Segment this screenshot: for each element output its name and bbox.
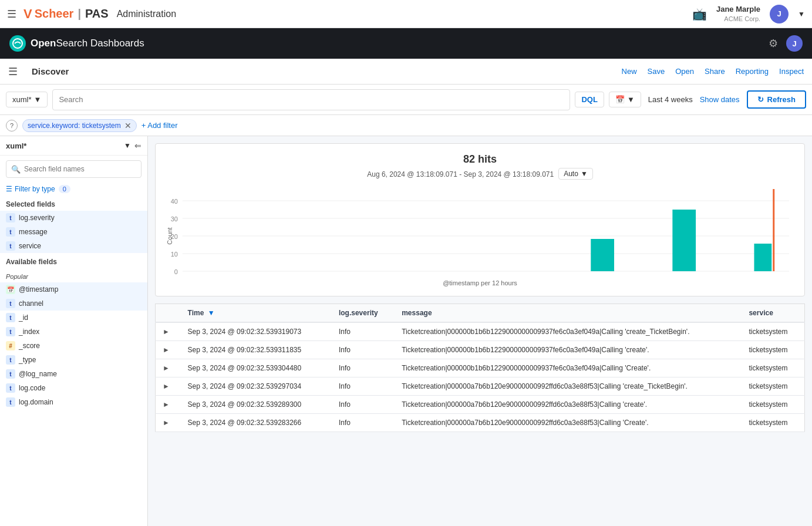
field-name: @log_name bbox=[19, 370, 57, 378]
search-fields-wrap: 🔍 bbox=[6, 160, 141, 178]
os-bar-avatar[interactable]: J bbox=[786, 35, 803, 52]
field-name: log.code bbox=[19, 384, 45, 392]
expand-arrow-icon[interactable]: ► bbox=[163, 346, 170, 354]
brand-admin: Administration bbox=[117, 9, 176, 19]
expand-arrow-icon[interactable]: ► bbox=[163, 328, 170, 336]
share-button[interactable]: Share bbox=[705, 67, 725, 76]
field-type-icon: t bbox=[6, 313, 15, 322]
user-dropdown-icon[interactable]: ▼ bbox=[798, 10, 805, 18]
show-dates-button[interactable]: Show dates bbox=[700, 95, 740, 104]
field-item-log-name[interactable]: t @log_name bbox=[0, 367, 147, 381]
index-label: xuml* bbox=[12, 95, 32, 104]
open-button[interactable]: Open bbox=[675, 67, 694, 76]
chart-bar bbox=[672, 210, 696, 271]
expand-cell[interactable]: ► bbox=[156, 341, 181, 359]
expand-cell[interactable]: ► bbox=[156, 396, 181, 414]
cell-service: ticketsystem bbox=[742, 322, 804, 341]
refresh-label: Refresh bbox=[767, 95, 796, 104]
cell-service: ticketsystem bbox=[742, 414, 804, 432]
filter-icon: ☰ bbox=[6, 185, 12, 193]
filter-chip-close-icon[interactable]: ✕ bbox=[124, 121, 132, 130]
field-name: _id bbox=[19, 313, 28, 322]
cell-message: Ticketcreation|000000a7b6b120e9000000099… bbox=[395, 414, 742, 432]
field-item-log-code[interactable]: t log.code bbox=[0, 381, 147, 395]
inspect-button[interactable]: Inspect bbox=[779, 67, 804, 76]
search-fields-input[interactable] bbox=[24, 165, 136, 173]
expand-arrow-icon[interactable]: ► bbox=[163, 400, 170, 409]
field-name: _type bbox=[19, 356, 36, 364]
expand-cell[interactable]: ► bbox=[156, 377, 181, 396]
field-item-index[interactable]: t _index bbox=[0, 325, 147, 339]
calendar-icon: 📅 bbox=[615, 95, 625, 104]
field-item-log-domain[interactable]: t log.domain bbox=[0, 395, 147, 409]
col-time-label: Time bbox=[188, 309, 204, 317]
expand-arrow-icon[interactable]: ► bbox=[163, 419, 170, 427]
filter-chip[interactable]: service.keyword: ticketsystem ✕ bbox=[22, 119, 137, 132]
svg-text:0: 0 bbox=[174, 268, 178, 275]
field-type-icon: t bbox=[6, 369, 15, 379]
dql-button[interactable]: DQL bbox=[575, 92, 604, 107]
field-type-icon: t bbox=[6, 213, 15, 222]
expand-arrow-icon[interactable]: ► bbox=[163, 364, 170, 372]
toolbar: xuml* ▼ DQL 📅 ▼ Last 4 weeks Show dates … bbox=[0, 85, 812, 115]
field-item-score[interactable]: # _score bbox=[0, 339, 147, 353]
col-message[interactable]: message bbox=[395, 304, 742, 323]
auto-select-button[interactable]: Auto ▼ bbox=[558, 168, 593, 180]
expand-arrow-icon[interactable]: ► bbox=[163, 382, 170, 390]
field-item-log-severity[interactable]: t log.severity bbox=[0, 211, 147, 225]
index-selector-button[interactable]: xuml* ▼ bbox=[6, 92, 48, 107]
search-input[interactable] bbox=[52, 89, 570, 110]
field-item-type[interactable]: t _type bbox=[0, 353, 147, 367]
filter-by-type-button[interactable]: ☰ Filter by type bbox=[6, 185, 55, 193]
field-item-service[interactable]: t service bbox=[0, 239, 147, 253]
refresh-button[interactable]: ↻ Refresh bbox=[747, 90, 806, 109]
settings-icon[interactable]: ⚙ bbox=[769, 37, 778, 50]
user-info: Jane Marple ACME Corp. bbox=[716, 5, 760, 23]
sidebar: xuml* ▼ ⇐ 🔍 ☰ Filter by type 0 Selected … bbox=[0, 136, 148, 526]
sort-down-icon: ▼ bbox=[208, 309, 215, 317]
col-log-severity[interactable]: log.severity bbox=[332, 304, 395, 323]
table-header-row: Time ▼ log.severity message service bbox=[156, 304, 805, 323]
main-layout: xuml* ▼ ⇐ 🔍 ☰ Filter by type 0 Selected … bbox=[0, 136, 812, 526]
chart-bar bbox=[591, 239, 614, 271]
screen-icon[interactable]: 📺 bbox=[692, 7, 707, 21]
field-item-message[interactable]: t message bbox=[0, 225, 147, 239]
col-service[interactable]: service bbox=[742, 304, 804, 323]
expand-cell[interactable]: ► bbox=[156, 322, 181, 341]
user-name: Jane Marple bbox=[716, 5, 760, 15]
field-name: log.domain bbox=[19, 398, 53, 406]
sidebar-collapse-button[interactable]: ⇐ bbox=[134, 141, 141, 150]
cell-severity: Info bbox=[332, 377, 395, 396]
col-time[interactable]: Time ▼ bbox=[181, 304, 332, 323]
filter-help-icon[interactable]: ? bbox=[6, 120, 18, 132]
nav-hamburger-icon[interactable]: ☰ bbox=[8, 65, 18, 78]
user-avatar[interactable]: J bbox=[770, 5, 789, 23]
calendar-button[interactable]: 📅 ▼ bbox=[609, 92, 641, 107]
expand-cell[interactable]: ► bbox=[156, 359, 181, 377]
index-chevron-down-icon: ▼ bbox=[34, 95, 42, 104]
index-dropdown-icon[interactable]: ▼ bbox=[124, 141, 131, 150]
field-item-channel[interactable]: t channel bbox=[0, 296, 147, 311]
cell-time: Sep 3, 2024 @ 09:02:32.539304480 bbox=[181, 359, 332, 377]
field-type-icon: t bbox=[6, 227, 15, 237]
nav-actions: New Save Open Share Reporting Inspect bbox=[622, 67, 804, 76]
reporting-button[interactable]: Reporting bbox=[736, 67, 769, 76]
col-expand bbox=[156, 304, 181, 323]
cell-message: Ticketcreation|000000b1b6b12290000000099… bbox=[395, 322, 742, 341]
field-item-timestamp[interactable]: 📅 @timestamp bbox=[0, 282, 147, 296]
field-type-icon: t bbox=[6, 241, 15, 251]
auto-chevron-down-icon: ▼ bbox=[581, 170, 588, 178]
cell-severity: Info bbox=[332, 359, 395, 377]
table-row: ► Sep 3, 2024 @ 09:02:32.539297034 Info … bbox=[156, 377, 805, 396]
menu-icon[interactable]: ☰ bbox=[7, 8, 16, 21]
new-button[interactable]: New bbox=[622, 67, 637, 76]
add-filter-button[interactable]: + Add filter bbox=[141, 121, 178, 130]
nav-bar: ☰ Discover New Save Open Share Reporting… bbox=[0, 59, 812, 85]
save-button[interactable]: Save bbox=[648, 67, 665, 76]
cell-time: Sep 3, 2024 @ 09:02:32.539283266 bbox=[181, 414, 332, 432]
cell-message: Ticketcreation|000000a7b6b120e9000000099… bbox=[395, 377, 742, 396]
field-type-icon: 📅 bbox=[6, 285, 15, 294]
field-item-id[interactable]: t _id bbox=[0, 311, 147, 325]
expand-cell[interactable]: ► bbox=[156, 414, 181, 432]
chart-x-label: @timestamp per 12 hours bbox=[165, 279, 795, 286]
